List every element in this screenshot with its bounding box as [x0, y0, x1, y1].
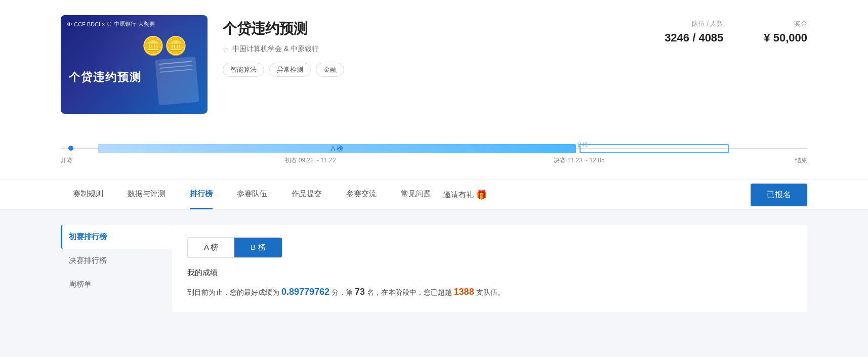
ranking-tabs: A 榜 B 榜 — [187, 237, 282, 258]
competition-info: 个贷违约预测 ☆ 中国计算机学会 & 中原银行 智能算法 异常检测 金融 — [223, 15, 649, 87]
nav-section: 赛制规则 数据与评测 排行榜 参赛队伍 作品提交 参赛交流 常见问题 邀请有礼 … — [0, 180, 868, 210]
competition-tags: 智能算法 异常检测 金融 — [223, 63, 649, 77]
competition-header: 👁 CCF BDCI × ⬡ 中原银行 大奖赛 个贷违约预测 🪙🪙 个贷违约预测… — [0, 0, 868, 129]
rank-value: 73 — [355, 287, 365, 297]
timeline-start: 开赛 — [61, 156, 73, 165]
timeline-preliminary: 初赛 09.22 ~ 11.22 — [285, 156, 336, 165]
content-area: A 榜 B 榜 我的成绩 到目前为止，您的最好成绩为 0.89779762 分，… — [172, 225, 807, 312]
tab-submit[interactable]: 作品提交 — [279, 180, 334, 209]
sidebar-item-preliminary[interactable]: 初赛排行榜 — [61, 225, 172, 249]
ranking-tab-b[interactable]: B 榜 — [234, 238, 281, 257]
competition-organizer: ☆ 中国计算机学会 & 中原银行 — [223, 44, 649, 54]
tab-faq[interactable]: 常见问题 — [389, 180, 443, 209]
tag-finance[interactable]: 金融 — [316, 63, 344, 77]
teams-label: 队伍 / 人数 — [665, 19, 723, 28]
timeline-section: A 榜 B 榜 开赛 初赛 09.22 ~ 11.22 决赛 11.23 ~ 1… — [0, 129, 868, 180]
score-desc-mid1: 分，第 — [332, 288, 353, 296]
invite-label: 邀请有礼 — [443, 190, 474, 200]
score-desc-prefix: 到目前为止，您的最好成绩为 — [187, 288, 279, 296]
score-value: 0.89779762 — [281, 287, 329, 297]
timeline-a-bar: A 榜 — [98, 144, 576, 153]
my-score-desc: 到目前为止，您的最好成绩为 0.89779762 分，第 73 名，在本阶段中，… — [187, 284, 792, 300]
prize-value: ¥ 50,000 — [764, 31, 807, 44]
my-score-section: 我的成绩 到目前为止，您的最好成绩为 0.89779762 分，第 73 名，在… — [187, 268, 792, 300]
tab-ranking[interactable]: 排行榜 — [178, 180, 225, 209]
score-desc-mid2: 名，在本阶段中，您已超越 — [367, 288, 452, 296]
competition-title: 个贷违约预测 — [223, 19, 649, 38]
nav-tabs: 赛制规则 数据与评测 排行榜 参赛队伍 作品提交 参赛交流 常见问题 邀请有礼 … — [61, 180, 487, 209]
score-desc-suffix: 支队伍。 — [476, 288, 505, 296]
main-content: 初赛排行榜 决赛排行榜 周榜单 A 榜 B 榜 我的成绩 到目前为止，您的最好成… — [0, 210, 868, 327]
prize-stat: 奖金 ¥ 50,000 — [764, 19, 807, 44]
ranking-tab-a[interactable]: A 榜 — [188, 238, 234, 257]
teams-beaten-value: 1388 — [454, 287, 474, 297]
timeline-final: 决赛 11.23 ~ 12.05 — [554, 156, 605, 165]
timeline-b-bar — [580, 144, 729, 153]
register-button[interactable]: 已报名 — [751, 184, 807, 206]
thumbnail-coins: 🪙🪙 — [142, 35, 187, 57]
timeline-end: 结束 — [795, 156, 807, 165]
sidebar-item-final[interactable]: 决赛排行榜 — [61, 249, 172, 273]
timeline-dot-start — [68, 146, 73, 151]
tag-algorithm[interactable]: 智能算法 — [223, 63, 264, 77]
tab-data[interactable]: 数据与评测 — [115, 180, 178, 209]
tab-teams[interactable]: 参赛队伍 — [225, 180, 279, 209]
tab-discuss[interactable]: 参赛交流 — [334, 180, 389, 209]
page-wrapper: 👁 CCF BDCI × ⬡ 中原银行 大奖赛 个贷违约预测 🪙🪙 个贷违约预测… — [0, 0, 868, 327]
prize-label: 奖金 — [764, 19, 807, 28]
organizer-icon: ☆ — [223, 45, 229, 53]
sidebar-item-weekly[interactable]: 周榜单 — [61, 273, 172, 296]
teams-value: 3246 / 4085 — [665, 31, 723, 44]
tag-anomaly[interactable]: 异常检测 — [269, 63, 311, 77]
sidebar: 初赛排行榜 决赛排行榜 周榜单 — [61, 225, 172, 312]
gift-icon: 🎁 — [476, 189, 487, 200]
thumbnail-title: 个贷违约预测 — [69, 70, 142, 85]
info-right: 队伍 / 人数 3246 / 4085 奖金 ¥ 50,000 — [665, 15, 807, 44]
competition-thumbnail: 👁 CCF BDCI × ⬡ 中原银行 大奖赛 个贷违约预测 🪙🪙 — [61, 15, 208, 114]
teams-stat: 队伍 / 人数 3246 / 4085 — [665, 19, 723, 44]
tab-invite[interactable]: 邀请有礼 🎁 — [443, 180, 487, 209]
my-score-title: 我的成绩 — [187, 268, 792, 278]
thumbnail-logos: 👁 CCF BDCI × ⬡ 中原银行 大奖赛 — [67, 20, 155, 28]
timeline-labels: 开赛 初赛 09.22 ~ 11.22 决赛 11.23 ~ 12.05 结束 — [61, 156, 807, 165]
organizer-name: 中国计算机学会 & 中原银行 — [232, 44, 319, 54]
timeline-container: A 榜 B 榜 开赛 初赛 09.22 ~ 11.22 决赛 11.23 ~ 1… — [61, 137, 807, 167]
tab-rules[interactable]: 赛制规则 — [61, 180, 115, 209]
